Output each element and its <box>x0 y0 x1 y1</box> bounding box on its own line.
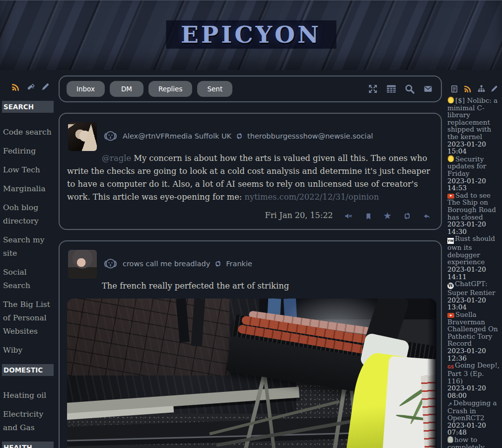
newswire-icons <box>447 75 500 96</box>
newswire-date: 2023-01-20 12:36 <box>447 347 500 362</box>
photo-edge-shadow <box>427 299 436 448</box>
sidebar-link[interactable]: Heating oil <box>3 389 53 402</box>
newswire-title: Going Deep!, Part 3 (Ep. 116) <box>447 361 500 385</box>
epicyon-page: EPICYON SEARCH Code search Fediring Low … <box>0 0 502 448</box>
avatar[interactable] <box>68 250 97 279</box>
sidebar-link[interactable]: Search my site <box>3 233 53 260</box>
newswire-date: 2023-01-20 14:53 <box>447 177 500 192</box>
mascot-icon <box>447 436 453 443</box>
newswire-title: Rust should own its debugger experience <box>447 234 495 266</box>
bookmark-icon[interactable] <box>364 211 373 221</box>
sidebar-link[interactable]: Social Search <box>3 266 53 293</box>
tab-dm[interactable]: DM <box>110 81 143 97</box>
youtube-icon <box>447 313 454 318</box>
post-header: Alex@rtnVFRmedia Suffolk UK therobburges… <box>102 121 433 151</box>
newswire-date: 2023-01-20 15:04 <box>447 141 500 155</box>
avatar[interactable] <box>68 122 97 151</box>
newswire-item[interactable]: GSGoing Deep!, Part 3 (Ep. 116) 2023-01-… <box>447 362 500 399</box>
attached-image-street-bbq[interactable] <box>67 299 436 448</box>
newswire-date: 2023-01-20 14:11 <box>447 266 500 280</box>
sidebar-link[interactable]: Fediring <box>3 145 53 158</box>
original-author-handle[interactable]: Frankie <box>226 260 252 268</box>
newswire-date: 2023-01-20 08:00 <box>447 384 500 399</box>
timeline-column: Inbox DM Replies Sent Alex@rtnVFRmedia S… <box>59 75 442 448</box>
calendar-grid-icon[interactable] <box>385 83 397 95</box>
newswire-item[interactable]: Sad to see The Ship on Borough Road has … <box>447 192 500 235</box>
sidebar-link[interactable]: Ooh blog directory <box>3 201 53 228</box>
newswire-title: Sad to see The Ship on Borough Road has … <box>447 191 496 221</box>
newswire-title: [$] Nolibc: a minimal C-library replacem… <box>447 96 498 141</box>
tab-inbox[interactable]: Inbox <box>67 81 105 97</box>
lwn-penguin-icon <box>447 155 454 162</box>
newswire-item[interactable]: Suella Braverman Challenged On Pathetic … <box>447 311 500 362</box>
post-card: crows call me breadlady Frankie The fren… <box>59 240 442 448</box>
dog-person-options-icon[interactable] <box>102 128 119 145</box>
sidebar-link[interactable]: Code search <box>3 126 53 139</box>
mute-icon[interactable] <box>344 211 354 222</box>
newswire-title: how to completely own an airline in 3 <box>447 436 496 448</box>
sidebar-link[interactable]: The Big List of Personal Websites <box>3 298 53 338</box>
newswire-column: [$] Nolibc: a minimal C-library replacem… <box>447 75 500 448</box>
announcer-handle[interactable]: Alex@rtnVFRmedia Suffolk UK <box>123 132 231 140</box>
post-content: @ragle My concern is about how the arts … <box>67 152 433 204</box>
boost-icon <box>214 259 222 268</box>
reply-icon[interactable] <box>423 211 431 221</box>
lwn-penguin-icon <box>447 96 454 104</box>
newswire-title: ChatGPT: Super Rentier <box>447 280 495 297</box>
banner-image[interactable]: EPICYON <box>0 0 502 70</box>
edit-newswire-pen-icon[interactable] <box>490 83 498 93</box>
post-content: The french really perfected the art of s… <box>67 280 433 293</box>
newswire-item[interactable]: WChatGPT: Super Rentier 2023-01-20 13:04 <box>447 280 500 311</box>
youtube-icon <box>447 194 454 199</box>
newswire-item[interactable]: how to completely own an airline in 3 <box>447 436 500 448</box>
newswire-date: 2023-01-20 13:04 <box>447 297 500 311</box>
article-link[interactable]: nytimes.com/2022/12/31/opinion <box>245 192 379 202</box>
paint-roller-icon[interactable] <box>26 81 36 91</box>
photo-paving-slabs <box>67 299 229 375</box>
sidebar-header-search: SEARCH <box>2 101 54 113</box>
post-footer: Fri Jan 20, 15:22 ★ <box>67 211 431 221</box>
rss-icon[interactable] <box>11 81 21 91</box>
left-column-icons <box>0 70 56 94</box>
sidebar-link[interactable]: Wiby <box>3 344 53 357</box>
timeline-toolbar <box>367 83 434 95</box>
expand-fullscreen-icon[interactable] <box>367 83 379 95</box>
post-card: Alex@rtnVFRmedia Suffolk UK therobburges… <box>59 113 442 230</box>
mention-link[interactable]: @ragle <box>102 153 131 163</box>
newswire-date: 2023-01-20 14:30 <box>447 221 500 235</box>
tab-replies[interactable]: Replies <box>148 81 193 97</box>
newswire-title: Suella Braverman Challenged On Pathetic … <box>447 310 498 347</box>
like-star-icon[interactable]: ★ <box>383 211 392 221</box>
search-icon[interactable] <box>404 83 416 95</box>
newswire-item[interactable]: YWRust should own its debugger experienc… <box>447 235 500 280</box>
newswire-item[interactable]: ↗Debugging a Crash in OpenRCT2 2023-01-2… <box>447 399 500 436</box>
sidebar-link[interactable]: Electricity and Gas <box>3 408 53 435</box>
rss-icon[interactable] <box>463 83 473 93</box>
dog-person-options-icon[interactable] <box>102 255 119 273</box>
newswire-title: Debugging a Crash in OpenRCT2 <box>447 399 497 422</box>
site-title: EPICYON <box>166 20 336 49</box>
original-author-handle[interactable]: therobburgessshow@newsie.social <box>247 132 373 140</box>
categories-tree-icon[interactable] <box>477 83 486 93</box>
newswire-document-icon[interactable] <box>450 83 459 93</box>
post-text: The french really perfected the art of s… <box>102 281 289 291</box>
sidebar-header-domestic: DOMESTIC <box>2 364 54 376</box>
announcer-handle[interactable]: crows call me breadlady <box>123 260 210 268</box>
mail-icon[interactable] <box>422 84 434 94</box>
tab-sent[interactable]: Sent <box>197 81 232 97</box>
sidebar-link[interactable]: Marginalia <box>3 182 53 196</box>
newswire-item[interactable]: [$] Nolibc: a minimal C-library replacem… <box>447 96 500 155</box>
sidebar-link[interactable]: Low Tech <box>3 163 53 177</box>
sidebar-header-health: HEALTH <box>2 442 54 448</box>
post-header: crows call me breadlady Frankie <box>102 249 433 279</box>
left-column: SEARCH Code search Fediring Low Tech Mar… <box>0 70 56 448</box>
newswire-date: 2023-01-20 07:48 <box>447 422 500 436</box>
boost-icon <box>235 132 244 141</box>
post-timestamp: Fri Jan 20, 15:22 <box>265 211 333 220</box>
timeline-tabbar: Inbox DM Replies Sent <box>59 75 442 102</box>
edit-links-pen-icon[interactable] <box>41 81 50 91</box>
newswire-item[interactable]: Security updates for Friday 2023-01-20 1… <box>447 155 500 192</box>
repeat-boost-icon[interactable] <box>402 211 412 222</box>
